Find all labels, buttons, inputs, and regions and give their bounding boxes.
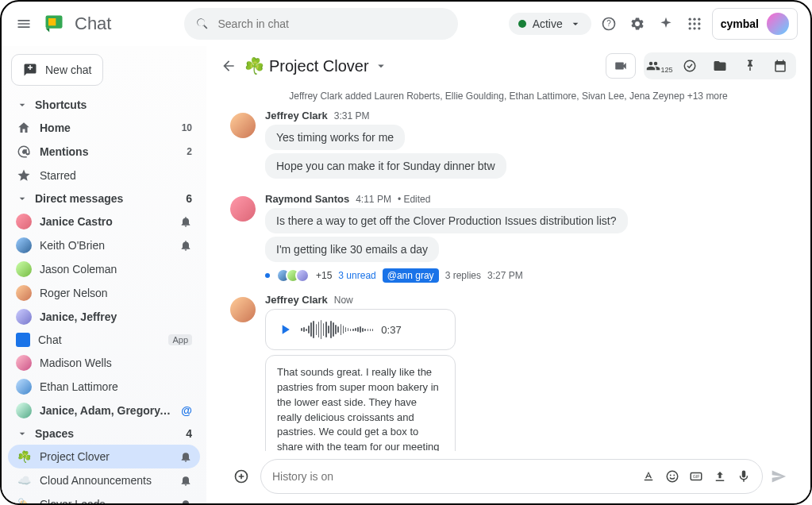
calendar-button[interactable] xyxy=(766,54,795,78)
message-avatar[interactable] xyxy=(230,196,256,222)
svg-point-5 xyxy=(693,18,695,21)
status-selector[interactable]: Active xyxy=(509,13,591,35)
dm-item[interactable]: Jason Coleman xyxy=(8,257,200,281)
tasks-button[interactable] xyxy=(675,54,704,78)
pin-button[interactable] xyxy=(736,54,764,78)
svg-text:?: ? xyxy=(606,19,611,28)
message-bubble[interactable]: Yes timing works for me xyxy=(265,125,405,150)
app-pill: App xyxy=(168,334,192,345)
send-button[interactable] xyxy=(771,468,787,484)
room-title-text: Project Clover xyxy=(269,57,369,75)
bell-off-icon xyxy=(179,215,192,228)
message-bubble[interactable]: I'm getting like 30 emails a day xyxy=(265,237,439,262)
bell-off-icon xyxy=(179,498,192,505)
svg-text:GIF: GIF xyxy=(693,474,700,479)
thread-replies: 3 replies xyxy=(445,270,481,281)
waveform-icon[interactable] xyxy=(301,319,373,340)
dm-item[interactable]: Chat App xyxy=(8,329,200,351)
files-button[interactable] xyxy=(706,54,734,78)
unread-dot-icon xyxy=(265,273,270,278)
search-bar[interactable] xyxy=(184,8,458,40)
nav-starred[interactable]: Starred xyxy=(8,164,200,187)
bell-off-icon xyxy=(179,474,192,487)
sparkle-icon[interactable] xyxy=(658,16,674,32)
org-switcher[interactable]: cymbal xyxy=(712,8,798,40)
avatar-icon xyxy=(16,379,32,395)
cloud-icon xyxy=(16,472,32,488)
thread-unread: 3 unread xyxy=(338,270,375,281)
room-title[interactable]: Project Clover xyxy=(244,56,388,75)
upload-icon[interactable] xyxy=(713,469,727,484)
nav-label: Starred xyxy=(40,169,192,182)
main-panel: Project Clover 125 xyxy=(206,46,810,505)
dm-item[interactable]: Janice, Adam, Gregory, Jose... @ xyxy=(8,399,200,422)
dm-item[interactable]: Roger Nelson xyxy=(8,281,200,305)
dm-item[interactable]: Keith O'Brien xyxy=(8,233,200,257)
message-bubble[interactable]: Is there a way to get off the Clover Pro… xyxy=(265,208,628,233)
dm-item[interactable]: Janice Castro xyxy=(8,210,200,233)
bell-off-icon xyxy=(179,239,192,252)
svg-point-15 xyxy=(667,471,678,482)
app-name: Chat xyxy=(75,13,111,34)
sidebar: New chat Shortcuts Home 10 Mentions 2 St… xyxy=(2,46,206,505)
user-avatar[interactable] xyxy=(767,13,789,35)
video-call-button[interactable] xyxy=(606,53,636,79)
voice-duration: 0:37 xyxy=(381,324,401,336)
gif-icon[interactable]: GIF xyxy=(689,469,703,484)
section-spaces[interactable]: Spaces 4 xyxy=(8,422,200,445)
dm-item[interactable]: Janice, Jeffrey xyxy=(8,305,200,329)
add-attachment-button[interactable] xyxy=(230,465,252,488)
play-button[interactable] xyxy=(277,322,293,337)
mic-icon[interactable] xyxy=(737,469,751,484)
dm-item[interactable]: Madison Wells xyxy=(8,351,200,375)
chevron-down-icon xyxy=(374,59,388,73)
bell-off-icon xyxy=(179,450,192,463)
message-composer[interactable]: GIF xyxy=(260,459,763,494)
settings-icon[interactable] xyxy=(629,16,645,32)
nav-home[interactable]: Home 10 xyxy=(8,116,200,140)
chevron-down-icon xyxy=(16,192,29,205)
apps-grid-icon[interactable] xyxy=(687,16,702,32)
thread-summary[interactable]: +15 3 unread @ann gray 3 replies 3:27 PM xyxy=(265,268,787,283)
dm-label: Keith O'Brien xyxy=(40,239,171,252)
dm-item[interactable]: Ethan Lattimore xyxy=(8,375,200,399)
chevron-down-icon xyxy=(16,98,29,111)
space-label: Cloud Announcements xyxy=(40,474,171,487)
members-button[interactable]: 125 xyxy=(645,54,674,78)
svg-point-12 xyxy=(698,27,700,29)
hamburger-menu[interactable] xyxy=(14,14,33,33)
space-item[interactable]: Cloud Announcements xyxy=(8,468,200,492)
message-avatar[interactable] xyxy=(230,297,256,322)
mention-chip[interactable]: @ann gray xyxy=(383,268,439,283)
emoji-icon[interactable] xyxy=(665,469,679,484)
voice-message: 0:37 xyxy=(265,309,456,350)
svg-point-10 xyxy=(688,27,691,29)
space-project-clover[interactable]: Project Clover xyxy=(8,445,200,468)
avatar-icon xyxy=(16,237,32,253)
thread-time: 3:27 PM xyxy=(487,270,523,281)
nav-mentions[interactable]: Mentions 2 xyxy=(8,140,200,164)
message-author: Jeffrey Clark xyxy=(265,294,328,306)
chevron-down-icon xyxy=(16,427,29,440)
message-time: 4:11 PM xyxy=(356,194,391,205)
message-avatar[interactable] xyxy=(230,113,256,138)
svg-point-6 xyxy=(698,18,700,21)
svg-point-8 xyxy=(693,22,695,25)
help-icon[interactable]: ? xyxy=(601,16,617,32)
space-item[interactable]: Clover Leads xyxy=(8,492,200,505)
mention-badge-icon: @ xyxy=(181,404,192,417)
section-shortcuts[interactable]: Shortcuts xyxy=(8,94,200,116)
message: Raymond Santos 4:11 PM • Edited Is there… xyxy=(230,193,787,283)
message-bubble[interactable]: Hope you can make it for Sunday dinner b… xyxy=(265,153,506,179)
search-input[interactable] xyxy=(217,17,447,30)
new-chat-button[interactable]: New chat xyxy=(11,54,103,86)
composer-input[interactable] xyxy=(272,470,632,483)
section-dms[interactable]: Direct messages 6 xyxy=(8,187,200,210)
new-chat-label: New chat xyxy=(45,64,91,76)
format-text-icon[interactable] xyxy=(641,469,656,484)
avatar-icon xyxy=(16,403,32,418)
transcript-text: That sounds great. I really like the pas… xyxy=(277,365,444,451)
dm-label: Janice Castro xyxy=(40,215,171,228)
back-button[interactable] xyxy=(221,58,237,74)
message-author: Raymond Santos xyxy=(265,193,349,205)
